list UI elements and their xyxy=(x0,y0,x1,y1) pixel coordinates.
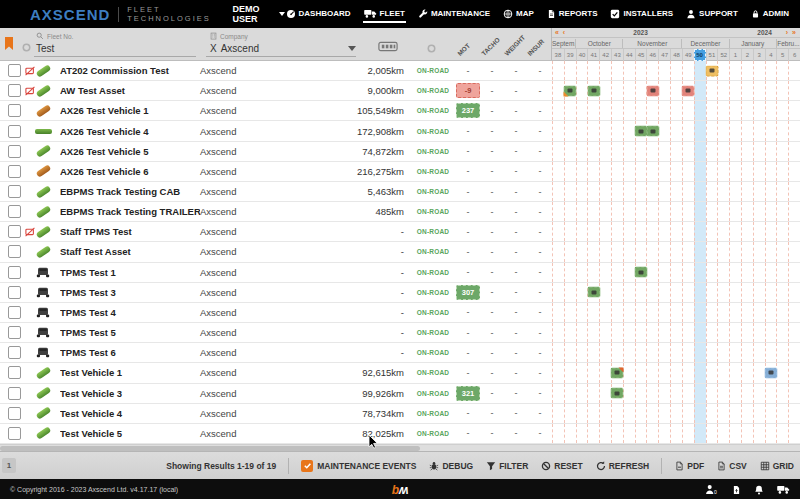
reset-button[interactable]: RESET xyxy=(541,461,582,471)
row-checkbox[interactable] xyxy=(8,346,21,359)
maintenance-event-marker[interactable] xyxy=(764,367,777,378)
table-row[interactable]: Staff Test AssetAxscend-ON-ROAD---- xyxy=(0,242,800,262)
table-row[interactable]: AX26 Test Vehicle 6Axscend216,275kmON-RO… xyxy=(0,162,800,182)
timeline-week-42[interactable]: 42 xyxy=(599,49,611,61)
company-dropdown-caret-icon[interactable] xyxy=(348,46,356,51)
page-indicator[interactable]: 1 xyxy=(2,458,16,473)
row-checkbox[interactable] xyxy=(8,64,21,77)
table-row[interactable]: Test Vehicle 5Axscend82,025kmON-ROAD---- xyxy=(0,424,800,444)
refresh-status-icon[interactable] xyxy=(22,38,31,56)
bell-icon[interactable] xyxy=(754,485,764,495)
csv-button[interactable]: CSV xyxy=(717,461,746,471)
nav-support[interactable]: SUPPORT xyxy=(685,5,739,24)
timeline-week-52[interactable]: 52 xyxy=(717,49,729,61)
maintenance-event-marker[interactable] xyxy=(611,367,624,378)
table-row[interactable]: EBPMS Track Testing CABAxscend5,463kmON-… xyxy=(0,182,800,202)
row-checkbox[interactable] xyxy=(8,286,21,299)
table-row[interactable]: Test Vehicle 4Axscend78,734kmON-ROAD---- xyxy=(0,404,800,424)
nav-fleet[interactable]: FLEET xyxy=(363,5,406,23)
row-checkbox[interactable] xyxy=(8,387,21,400)
table-row[interactable]: AT202 Commission TestAxscend2,005kmON-RO… xyxy=(0,61,800,81)
timeline-week-38[interactable]: 38 xyxy=(552,49,564,61)
table-row[interactable]: AX26 Test Vehicle 1Axscend105,549kmON-RO… xyxy=(0,101,800,121)
grid-button[interactable]: GRID xyxy=(760,461,794,471)
timeline-week-2[interactable]: 2 xyxy=(741,49,753,61)
user-icon[interactable]: 0 xyxy=(705,484,719,495)
timeline-week-47[interactable]: 47 xyxy=(658,49,670,61)
timeline-week-46[interactable]: 46 xyxy=(646,49,658,61)
timeline-week-43[interactable]: 43 xyxy=(611,49,623,61)
maintenance-event-marker[interactable] xyxy=(682,85,695,96)
nav-maintenance[interactable]: MAINTENANCE xyxy=(417,5,491,24)
row-checkbox[interactable] xyxy=(8,366,21,379)
row-checkbox[interactable] xyxy=(8,266,21,279)
fileup-icon[interactable] xyxy=(732,485,741,495)
timeline-week-49[interactable]: 49 xyxy=(682,49,694,61)
timeline-week-50[interactable]: 50 xyxy=(694,49,706,61)
filter-button[interactable]: FILTER xyxy=(486,461,528,471)
mot-days-badge[interactable]: 307 xyxy=(456,285,480,300)
mot-days-badge[interactable]: 237 xyxy=(456,103,480,118)
row-checkbox[interactable] xyxy=(8,145,21,158)
timeline-week-39[interactable]: 39 xyxy=(564,49,576,61)
maintenance-event-marker[interactable] xyxy=(646,85,659,96)
table-row[interactable]: AX26 Test Vehicle 5Axscend74,872kmON-ROA… xyxy=(0,142,800,162)
nav-dashboard[interactable]: DASHBOARD xyxy=(285,5,352,24)
row-checkbox[interactable] xyxy=(8,245,21,258)
table-row[interactable]: AW Test AssetAxscend9,000kmON-ROAD-9--- xyxy=(0,81,800,101)
table-row[interactable]: TPMS Test 3Axscend-ON-ROAD307--- xyxy=(0,283,800,303)
user-menu[interactable]: DEMO USER xyxy=(233,4,285,24)
maintenance-event-marker[interactable] xyxy=(611,388,624,399)
refresh-button[interactable]: REFRESH xyxy=(596,461,650,471)
row-checkbox[interactable] xyxy=(8,407,21,420)
row-checkbox[interactable] xyxy=(8,326,21,339)
table-row[interactable]: TPMS Test 5Axscend-ON-ROAD---- xyxy=(0,323,800,343)
timeline-week-5[interactable]: 5 xyxy=(776,49,788,61)
row-checkbox[interactable] xyxy=(8,84,21,97)
timeline-week-51[interactable]: 51 xyxy=(706,49,718,61)
row-checkbox[interactable] xyxy=(8,185,21,198)
maintenance-event-marker[interactable] xyxy=(587,287,600,298)
timeline-week-41[interactable]: 41 xyxy=(587,49,599,61)
bookmark-icon[interactable] xyxy=(4,36,14,54)
company-filter-field[interactable]: Company X Axscend xyxy=(210,32,259,54)
timeline-prev-icon[interactable]: « ‹ xyxy=(555,28,566,37)
table-row[interactable]: TPMS Test 6Axscend-ON-ROAD---- xyxy=(0,343,800,363)
table-row[interactable]: EBPMS Track Testing TRAILERAxscend485kmO… xyxy=(0,202,800,222)
horizontal-scrollbar[interactable] xyxy=(0,444,800,451)
timeline-week-6[interactable]: 6 xyxy=(788,49,800,61)
pdf-button[interactable]: PDF xyxy=(675,461,704,471)
row-checkbox[interactable] xyxy=(8,104,21,117)
timeline-week-45[interactable]: 45 xyxy=(635,49,647,61)
nav-map[interactable]: MAP xyxy=(502,5,535,24)
row-checkbox[interactable] xyxy=(8,306,21,319)
fleet-filter-input[interactable]: Test xyxy=(36,43,73,54)
timeline-week-48[interactable]: 48 xyxy=(670,49,682,61)
maintenance-events-checkbox[interactable] xyxy=(301,460,313,472)
row-checkbox[interactable] xyxy=(8,225,21,238)
timeline-next-icon[interactable]: › » xyxy=(786,28,797,37)
timeline-week-3[interactable]: 3 xyxy=(753,49,765,61)
timeline-week-44[interactable]: 44 xyxy=(623,49,635,61)
mot-days-badge[interactable]: -9 xyxy=(456,83,480,98)
company-clear-button[interactable]: X xyxy=(210,43,217,54)
fleet-filter-field[interactable]: Fleet No. Test xyxy=(36,32,73,54)
maintenance-event-marker[interactable] xyxy=(564,85,577,96)
maintenance-event-marker[interactable] xyxy=(705,65,718,76)
table-row[interactable]: TPMS Test 1Axscend-ON-ROAD---- xyxy=(0,263,800,283)
row-checkbox[interactable] xyxy=(8,165,21,178)
trucksmall-icon[interactable] xyxy=(777,485,790,494)
debug-button[interactable]: DEBUG xyxy=(429,461,473,471)
table-row[interactable]: Staff TPMS TestAxscend-ON-ROAD---- xyxy=(0,222,800,242)
table-row[interactable]: Test Vehicle 3Axscend99,926kmON-ROAD321-… xyxy=(0,384,800,404)
row-checkbox[interactable] xyxy=(8,205,21,218)
timeline-week-4[interactable]: 4 xyxy=(765,49,777,61)
nav-admin[interactable]: ADMIN xyxy=(750,5,790,24)
maintenance-event-marker[interactable] xyxy=(587,85,600,96)
maintenance-events-toggle[interactable]: MAINTENANCE EVENTS xyxy=(301,460,416,472)
scrollbar-thumb[interactable] xyxy=(0,446,420,451)
timeline-week-40[interactable]: 40 xyxy=(576,49,588,61)
table-row[interactable]: AX26 Test Vehicle 4Axscend172,908kmON-RO… xyxy=(0,121,800,141)
maintenance-event-marker[interactable] xyxy=(646,126,659,137)
maintenance-event-marker[interactable] xyxy=(635,267,648,278)
